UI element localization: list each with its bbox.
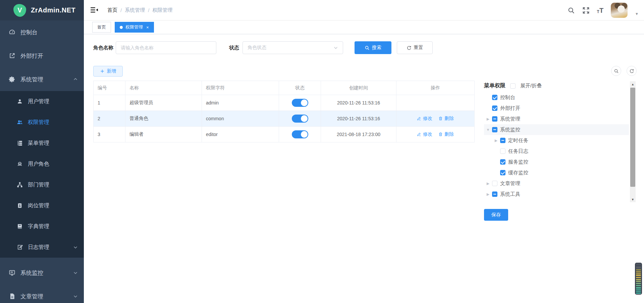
tab-home[interactable]: 首页 — [92, 22, 111, 33]
sidebar-item-menus[interactable]: 菜单管理 — [0, 133, 84, 154]
table-row[interactable]: 3 编辑者 editor 2021-08-18 17:23:00 修改 删除 — [94, 127, 475, 142]
fullscreen-icon[interactable] — [582, 7, 590, 14]
breadcrumb-system[interactable]: 系统管理 — [125, 7, 145, 13]
tree-checkbox[interactable] — [500, 159, 505, 165]
sidebar-submenu-system: 用户管理 权限管理 菜单管理 用户角色 部门管理 岗位管理 字典管理 日志管理 — [0, 91, 84, 258]
breadcrumb-separator: / — [120, 7, 122, 13]
sidebar-item-users[interactable]: 用户管理 — [0, 91, 84, 112]
edit-link[interactable]: 修改 — [417, 131, 432, 137]
select-placeholder: 角色状态 — [248, 45, 266, 51]
add-button[interactable]: 新增 — [93, 66, 123, 77]
tree-node[interactable]: ▶ 文章管理 — [484, 178, 629, 189]
sidebar-item-label: 日志管理 — [28, 244, 49, 251]
navbar-tools: TT ▼ — [568, 0, 639, 20]
sidebar-item-dictionary[interactable]: 字典管理 — [0, 216, 84, 237]
search-icon[interactable] — [568, 7, 575, 14]
caret-down-icon[interactable]: ▼ — [635, 12, 639, 16]
tree-node[interactable]: 外部打开 — [484, 103, 629, 114]
font-size-icon[interactable]: TT — [597, 7, 604, 14]
col-header-name: 名称 — [125, 81, 202, 95]
tree-node[interactable]: 服务监控 — [484, 157, 629, 167]
status-label: 状态 — [229, 41, 239, 54]
search-button[interactable]: 搜索 — [355, 41, 391, 54]
search-button-label: 搜索 — [372, 45, 381, 51]
tree-node[interactable]: 任务日志 — [484, 146, 629, 157]
tab-label: 权限管理 — [125, 24, 143, 30]
tree-node[interactable]: ▶ 系统管理 — [484, 114, 629, 124]
robot-icon — [17, 161, 23, 167]
tree-checkbox[interactable] — [500, 148, 505, 154]
main-area: 首页 / 系统管理 / 权限管理 TT ▼ 首页 权限管理 × 角色名称 状态 — [84, 0, 644, 303]
sidebar-item-dashboard[interactable]: 控制台 — [0, 20, 84, 44]
expand-arrow-icon[interactable]: ▶ — [484, 192, 492, 197]
sidebar-item-system-mgmt[interactable]: 系统管理 — [0, 68, 84, 91]
tree-checkbox[interactable] — [492, 127, 497, 132]
role-name-input[interactable] — [116, 41, 216, 54]
cell-created: 2020-11-26 11:53:16 — [321, 95, 396, 111]
panel-search-button[interactable] — [611, 66, 621, 76]
tree-node[interactable]: 缓存监控 — [484, 167, 629, 178]
reset-button[interactable]: 重置 — [397, 41, 433, 54]
status-toggle[interactable] — [292, 99, 308, 107]
expand-arrow-icon[interactable]: ▶ — [492, 138, 500, 143]
tree-node-selected[interactable]: ▼ 系统监控 — [484, 124, 629, 135]
tree-scrollbar[interactable]: ▲ ▼ — [630, 81, 636, 202]
cell-key: editor — [202, 127, 279, 142]
tab-label: 首页 — [97, 24, 106, 30]
scrollbar-thumb[interactable] — [630, 88, 635, 187]
save-button[interactable]: 保存 — [484, 209, 508, 221]
expand-collapse-checkbox[interactable] — [510, 83, 516, 89]
tree-checkbox[interactable] — [492, 116, 497, 122]
document-icon — [9, 293, 15, 300]
tree-checkbox[interactable] — [500, 170, 505, 175]
breadcrumb-home[interactable]: 首页 — [107, 7, 117, 13]
delete-link[interactable]: 删除 — [438, 116, 454, 122]
status-toggle[interactable] — [292, 115, 308, 123]
sidebar-item-user-roles[interactable]: 用户角色 — [0, 154, 84, 174]
cell-name: 超级管理员 — [125, 95, 202, 111]
tree-checkbox[interactable] — [492, 191, 497, 197]
user-avatar[interactable] — [611, 3, 628, 18]
tabs-bar: 首页 权限管理 × — [84, 20, 644, 34]
tree-checkbox[interactable] — [492, 105, 497, 111]
tree-checkbox[interactable] — [492, 181, 497, 186]
sidebar-item-label: 用户角色 — [28, 161, 49, 168]
external-link-icon — [9, 52, 15, 59]
close-icon[interactable]: × — [146, 25, 149, 30]
sidebar-item-articles[interactable]: 文章管理 — [0, 285, 84, 303]
tree-node[interactable]: 控制台 — [484, 92, 629, 103]
sidebar-item-label: 权限管理 — [28, 119, 49, 126]
table-row[interactable]: 2 普通角色 common 2020-11-26 11:53:16 修改 删除 — [94, 111, 475, 127]
sidebar-item-logs[interactable]: 日志管理 — [0, 237, 84, 258]
sidebar-item-monitor[interactable]: 系统监控 — [0, 261, 84, 285]
app-title: ZrAdmin.NET — [31, 6, 75, 14]
logo[interactable]: V ZrAdmin.NET — [0, 0, 84, 20]
chevron-down-icon — [73, 270, 78, 275]
chevron-down-icon — [73, 245, 78, 250]
table-row[interactable]: 1 超级管理员 admin 2020-11-26 11:53:16 — [94, 95, 475, 111]
tab-role-mgmt[interactable]: 权限管理 × — [115, 22, 154, 33]
status-toggle[interactable] — [292, 130, 308, 138]
collapse-arrow-icon[interactable]: ▼ — [484, 128, 492, 132]
sidebar-item-external[interactable]: 外部打开 — [0, 44, 84, 68]
sidebar-item-departments[interactable]: 部门管理 — [0, 174, 84, 195]
tree-checkbox[interactable] — [500, 138, 505, 143]
expand-arrow-icon[interactable]: ▶ — [484, 181, 492, 186]
panel-refresh-button[interactable] — [627, 66, 637, 76]
scroll-down-icon[interactable]: ▼ — [630, 197, 636, 202]
sidebar-item-posts[interactable]: 岗位管理 — [0, 195, 84, 216]
delete-link[interactable]: 删除 — [438, 131, 454, 137]
save-button-label: 保存 — [491, 212, 501, 218]
page-content: 角色名称 状态 角色状态 搜索 重置 新增 编号 名称 — [84, 34, 644, 303]
tree-node[interactable]: ▶ 系统工具 — [484, 189, 629, 200]
expand-arrow-icon[interactable]: ▶ — [484, 117, 492, 121]
tree-checkbox[interactable] — [492, 95, 497, 100]
scroll-up-icon[interactable]: ▲ — [630, 81, 636, 87]
sidebar-item-label: 控制台 — [20, 29, 38, 36]
fold-menu-icon[interactable] — [91, 7, 98, 13]
tree-node[interactable]: ▶ 定时任务 — [484, 135, 629, 146]
chevron-down-icon — [73, 294, 78, 299]
sidebar-item-roles[interactable]: 权限管理 — [0, 112, 84, 133]
edit-link[interactable]: 修改 — [417, 116, 432, 122]
status-select[interactable]: 角色状态 — [243, 41, 343, 54]
